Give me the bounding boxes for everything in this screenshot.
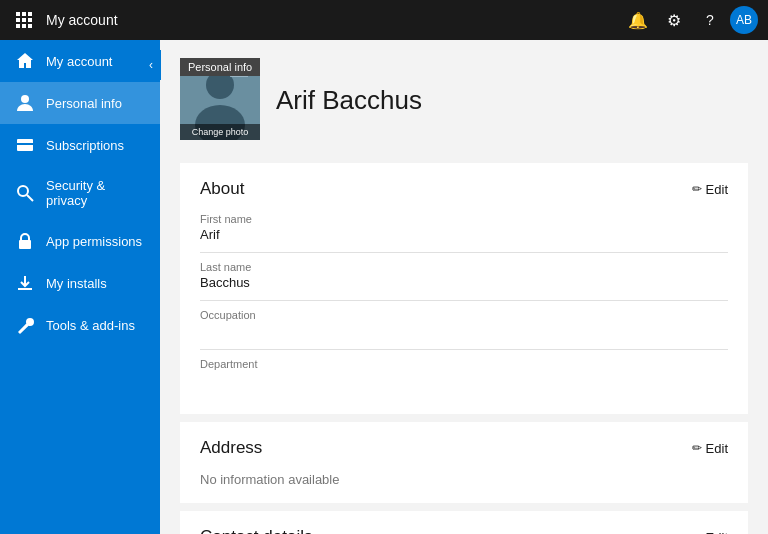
department-label: Department: [200, 358, 728, 370]
svg-rect-6: [16, 24, 20, 28]
address-title: Address: [200, 438, 262, 458]
occupation-label: Occupation: [200, 309, 728, 321]
pencil-icon: ✏: [692, 441, 702, 455]
sidebar-item-my-account[interactable]: My account: [0, 40, 160, 82]
wrench-icon: [16, 316, 34, 334]
contact-section: Contact details ✏ Edit Email arif@onmsft…: [180, 511, 748, 534]
lock-icon: [16, 232, 34, 250]
svg-rect-14: [19, 240, 31, 249]
svg-rect-3: [16, 18, 20, 22]
last-name-value: Bacchus: [200, 275, 728, 290]
svg-rect-1: [22, 12, 26, 16]
about-title: About: [200, 179, 244, 199]
search-icon: [16, 184, 34, 202]
profile-photo-wrapper: Change photo Personal info: [180, 60, 260, 140]
field-department: Department: [200, 358, 728, 388]
contact-title: Contact details: [200, 527, 312, 534]
tooltip-badge: Personal info: [180, 58, 260, 76]
topbar-title: My account: [46, 12, 614, 28]
sidebar-item-label: Tools & add-ins: [46, 318, 135, 333]
topbar: My account 🔔 ⚙ ? AB: [0, 0, 768, 40]
edit-label: Edit: [706, 530, 728, 535]
pencil-icon: ✏: [692, 530, 702, 534]
profile-name: Arif Bacchus: [276, 85, 422, 116]
content-area: Change photo Personal info Arif Bacchus …: [160, 40, 768, 534]
main-layout: ‹ My account Personal info Subscriptions: [0, 40, 768, 534]
grid-icon[interactable]: [10, 6, 38, 34]
sidebar-item-security-privacy[interactable]: Security & privacy: [0, 166, 160, 220]
svg-rect-0: [16, 12, 20, 16]
edit-label: Edit: [706, 441, 728, 456]
department-value: [200, 372, 728, 388]
svg-rect-4: [22, 18, 26, 22]
sidebar-item-subscriptions[interactable]: Subscriptions: [0, 124, 160, 166]
sidebar-item-label: Subscriptions: [46, 138, 124, 153]
help-icon[interactable]: ?: [694, 4, 726, 36]
sidebar-item-label: My account: [46, 54, 112, 69]
sidebar-item-label: Personal info: [46, 96, 122, 111]
svg-rect-5: [28, 18, 32, 22]
address-section: Address ✏ Edit No information available: [180, 422, 748, 503]
person-icon: [16, 94, 34, 112]
sidebar-item-personal-info[interactable]: Personal info: [0, 82, 160, 124]
download-icon: [16, 274, 34, 292]
profile-header: Change photo Personal info Arif Bacchus: [160, 40, 768, 155]
sidebar-item-label: Security & privacy: [46, 178, 144, 208]
svg-rect-8: [28, 24, 32, 28]
about-section-header: About ✏ Edit: [200, 179, 728, 199]
field-occupation: Occupation: [200, 309, 728, 339]
avatar[interactable]: AB: [730, 6, 758, 34]
about-edit-btn[interactable]: ✏ Edit: [692, 182, 728, 197]
sidebar-item-label: App permissions: [46, 234, 142, 249]
sidebar-item-tools-addins[interactable]: Tools & add-ins: [0, 304, 160, 346]
contact-section-header: Contact details ✏ Edit: [200, 527, 728, 534]
pencil-icon: ✏: [692, 182, 702, 196]
home-icon: [16, 52, 34, 70]
first-name-value: Arif: [200, 227, 728, 242]
field-first-name: First name Arif: [200, 213, 728, 242]
about-section: About ✏ Edit First name Arif Last name B…: [180, 163, 748, 414]
contact-edit-btn[interactable]: ✏ Edit: [692, 530, 728, 535]
sidebar: ‹ My account Personal info Subscriptions: [0, 40, 160, 534]
svg-rect-2: [28, 12, 32, 16]
sidebar-item-label: My installs: [46, 276, 107, 291]
occupation-value: [200, 323, 728, 339]
svg-point-12: [18, 186, 28, 196]
first-name-label: First name: [200, 213, 728, 225]
svg-line-13: [27, 195, 33, 201]
card-icon: [16, 136, 34, 154]
bell-icon[interactable]: 🔔: [622, 4, 654, 36]
svg-point-9: [21, 95, 29, 103]
change-photo-btn[interactable]: Change photo: [180, 124, 260, 140]
sidebar-item-my-installs[interactable]: My installs: [0, 262, 160, 304]
edit-label: Edit: [706, 182, 728, 197]
topbar-icons: 🔔 ⚙ ? AB: [622, 4, 758, 36]
address-section-header: Address ✏ Edit: [200, 438, 728, 458]
settings-icon[interactable]: ⚙: [658, 4, 690, 36]
sidebar-collapse-btn[interactable]: ‹: [141, 50, 161, 80]
address-edit-btn[interactable]: ✏ Edit: [692, 441, 728, 456]
svg-rect-7: [22, 24, 26, 28]
last-name-label: Last name: [200, 261, 728, 273]
sidebar-item-app-permissions[interactable]: App permissions: [0, 220, 160, 262]
svg-rect-11: [17, 143, 33, 145]
field-last-name: Last name Bacchus: [200, 261, 728, 290]
no-info-text: No information available: [200, 472, 728, 487]
